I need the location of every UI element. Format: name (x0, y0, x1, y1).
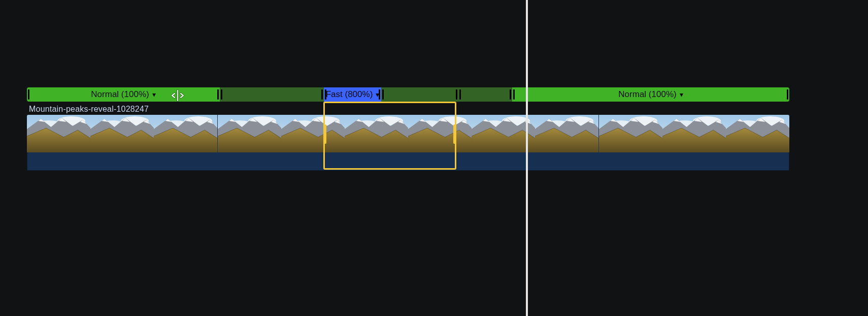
retime-speed-bar[interactable]: Normal (100%)▾Fast (800%)▾Normal (100%)▾ (27, 87, 789, 102)
speed-segment-dim[interactable] (220, 87, 324, 102)
speed-segment-handle[interactable] (513, 89, 515, 100)
clip-thumbnail (408, 115, 472, 152)
timeline-clip[interactable]: Mountain-peaks-reveal-1028247 (27, 104, 789, 171)
clip-thumbnail (90, 115, 154, 152)
speed-segment-normal[interactable]: Normal (100%)▾ (27, 87, 220, 102)
speed-segment-normal[interactable]: Normal (100%)▾ (512, 87, 789, 102)
speed-segment-handle[interactable] (325, 89, 326, 100)
timeline-area: Normal (100%)▾Fast (800%)▾Normal (100%)▾… (0, 87, 868, 171)
speed-segment-label[interactable]: Normal (100%)▾ (91, 89, 155, 100)
clip-thumbnail (662, 115, 726, 152)
clip-thumbnail (599, 115, 662, 152)
speed-segment-dim[interactable] (458, 87, 512, 102)
speed-segment-handle[interactable] (459, 89, 461, 100)
speed-segment-fast[interactable]: Fast (800%)▾ (324, 87, 381, 102)
speed-segment-handle[interactable] (221, 89, 222, 100)
speed-segment-handle[interactable] (787, 89, 788, 100)
clip-thumbnail (345, 115, 408, 152)
clip-body[interactable] (27, 115, 789, 171)
speed-segment-handle[interactable] (217, 89, 219, 100)
clip-thumbnail (281, 115, 345, 152)
speed-segment-handle[interactable] (456, 89, 457, 100)
clip-title: Mountain-peaks-reveal-1028247 (27, 104, 789, 115)
speed-segment-label[interactable]: Fast (800%)▾ (326, 89, 380, 100)
clip-thumbnails (27, 115, 789, 152)
speed-segment-handle[interactable] (510, 89, 511, 100)
clip-thumbnail (154, 115, 217, 152)
speed-segment-handle[interactable] (321, 89, 323, 100)
speed-segment-label[interactable]: Normal (100%)▾ (618, 89, 683, 100)
clip-thumbnail (535, 115, 598, 152)
chevron-down-icon[interactable]: ▾ (152, 90, 156, 99)
speed-segment-handle[interactable] (28, 89, 29, 100)
clip-thumbnail (726, 115, 789, 152)
speed-segment-handle[interactable] (382, 89, 384, 100)
speed-segment-dim[interactable] (381, 87, 458, 102)
playhead[interactable] (526, 0, 528, 316)
chevron-down-icon[interactable]: ▾ (680, 90, 683, 99)
clip-thumbnail (218, 115, 281, 152)
speed-segment-handle[interactable] (379, 89, 380, 100)
clip-thumbnail (27, 115, 90, 152)
